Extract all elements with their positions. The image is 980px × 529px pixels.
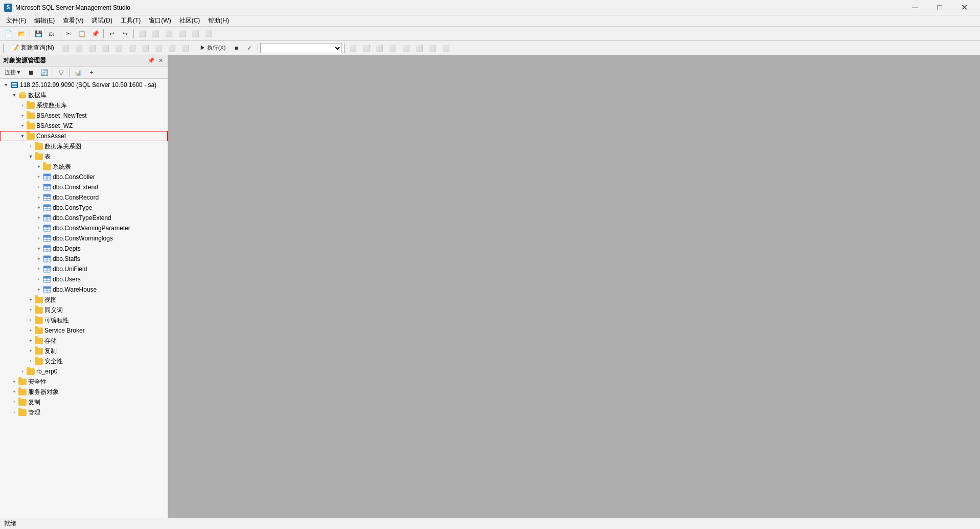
unifield-icon	[43, 265, 51, 273]
tree-synonyms[interactable]: + 同义词	[0, 305, 168, 315]
tb2-execute[interactable]: ▶ 执行(X)	[196, 42, 230, 54]
tree-cons-typeextend[interactable]: + dbo.ConsTypeExtend	[0, 213, 168, 223]
tree-server[interactable]: ▼ 118.25.102.99,9090 (SQL Server 10.50.1…	[0, 80, 168, 90]
tree-management[interactable]: + 管理	[0, 407, 168, 417]
tree-cons-coller[interactable]: + dbo.ConsColler	[0, 172, 168, 182]
tb2-b14[interactable]: ⬜	[386, 42, 399, 54]
oe-pin-button[interactable]: 📌	[147, 57, 155, 65]
bsasset-wz-icon	[27, 122, 35, 130]
menu-debug[interactable]: 调试(D)	[87, 15, 117, 26]
close-button[interactable]: ✕	[952, 0, 976, 15]
tb2-b5[interactable]: ⬜	[113, 42, 125, 54]
tree-replication-child[interactable]: + 复制	[0, 346, 168, 356]
cons-record-expander: +	[35, 192, 43, 203]
minimize-button[interactable]: ─	[903, 0, 927, 15]
oe-summary-button[interactable]: 📊	[72, 67, 84, 78]
tree-users[interactable]: + dbo.Users	[0, 274, 168, 284]
tb-b4[interactable]: ⬜	[176, 28, 188, 39]
tb2-check[interactable]: ✓	[243, 42, 256, 54]
tb2-b6[interactable]: ⬜	[126, 42, 139, 54]
tb-sep3	[103, 29, 104, 38]
tree-security-child[interactable]: + 安全性	[0, 356, 168, 366]
tb2-stop[interactable]: ■	[230, 42, 242, 54]
oe-filter-button[interactable]: ▽	[55, 67, 67, 78]
tree-tables[interactable]: ▼ 表	[0, 151, 168, 162]
tree-depts[interactable]: + dbo.Depts	[0, 244, 168, 254]
tb2-b17[interactable]: ⬜	[426, 42, 439, 54]
tree-cons-warnparam[interactable]: + dbo.ConsWarningParameter	[0, 223, 168, 233]
menu-help[interactable]: 帮助(H)	[204, 15, 233, 26]
oe-disconnect-button[interactable]: ⏹	[25, 67, 37, 78]
oe-new-button[interactable]: +	[85, 67, 98, 78]
tree-sysdb[interactable]: + 系统数据库	[0, 100, 168, 111]
tb-b2[interactable]: ⬜	[149, 28, 162, 39]
tree-rb-erp0[interactable]: + rb_erp0	[0, 366, 168, 377]
tree-cons-extend[interactable]: + dbo.ConsExtend	[0, 182, 168, 192]
tb2-b1[interactable]: ⬜	[60, 42, 72, 54]
tb2-b4[interactable]: ⬜	[100, 42, 112, 54]
tree-bsasset-wz[interactable]: + BSAsset_WZ	[0, 121, 168, 131]
tree-server-objects[interactable]: + 服务器对象	[0, 387, 168, 397]
tb2-b8[interactable]: ⬜	[153, 42, 165, 54]
tb2-b13[interactable]: ⬜	[373, 42, 385, 54]
tree-bsasset-newtest[interactable]: + BSAsset_NewTest	[0, 111, 168, 121]
tb-copy[interactable]: 📋	[76, 28, 88, 39]
oe-refresh-button[interactable]: 🔄	[38, 67, 51, 78]
tree-consasset[interactable]: ▼ ConsAsset	[0, 131, 168, 141]
tree-db-diagrams[interactable]: + 数据库关系图	[0, 141, 168, 151]
menu-edit[interactable]: 编辑(E)	[30, 15, 59, 26]
tb2-b11[interactable]: ⬜	[347, 42, 359, 54]
title-bar-left: S Microsoft SQL Server Management Studio	[4, 4, 130, 12]
tree-views[interactable]: + 视图	[0, 295, 168, 305]
tree-replication-top[interactable]: + 复制	[0, 397, 168, 407]
tb-new-file[interactable]: 📄	[2, 28, 14, 39]
menu-file[interactable]: 文件(F)	[2, 15, 30, 26]
oe-close-button[interactable]: ✕	[156, 57, 165, 65]
tb-save-all[interactable]: 🗂	[45, 28, 58, 39]
menu-community[interactable]: 社区(C)	[175, 15, 204, 26]
tree-service-broker[interactable]: + Service Broker	[0, 325, 168, 336]
systbl-expander: +	[35, 162, 43, 172]
tree-security-top[interactable]: + 安全性	[0, 377, 168, 387]
tree-storage[interactable]: + 存储	[0, 336, 168, 346]
tree-unifield[interactable]: + dbo.UniField	[0, 264, 168, 274]
tb-undo[interactable]: ↩	[106, 28, 118, 39]
tree-warehouse[interactable]: + dbo.WareHouse	[0, 284, 168, 295]
tb2-b7[interactable]: ⬜	[140, 42, 152, 54]
tree-sys-tables[interactable]: + 系统表	[0, 162, 168, 172]
tb-b1[interactable]: ⬜	[136, 28, 148, 39]
sec-child-icon	[35, 357, 43, 365]
prog-label: 可编程性	[44, 316, 69, 325]
tree-staffs[interactable]: + dbo.Staffs	[0, 254, 168, 264]
tree-cons-type[interactable]: + dbo.ConsType	[0, 203, 168, 213]
tree-cons-record[interactable]: + dbo.ConsRecord	[0, 192, 168, 203]
tb-b6[interactable]: ⬜	[202, 28, 215, 39]
menu-bar: 文件(F) 编辑(E) 查看(V) 调试(D) 工具(T) 窗口(W) 社区(C…	[0, 15, 980, 27]
tb-paste[interactable]: 📌	[89, 28, 101, 39]
menu-view[interactable]: 查看(V)	[59, 15, 87, 26]
tb2-b2[interactable]: ⬜	[73, 42, 85, 54]
tb-b5[interactable]: ⬜	[189, 28, 201, 39]
databases-expander: ▼	[10, 90, 18, 100]
menu-tools[interactable]: 工具(T)	[117, 15, 145, 26]
tb2-b9[interactable]: ⬜	[166, 42, 178, 54]
tb-open[interactable]: 📂	[15, 28, 28, 39]
oe-connect-button[interactable]: 连接▼	[2, 67, 24, 78]
tb2-b18[interactable]: ⬜	[440, 42, 452, 54]
maximize-button[interactable]: □	[928, 0, 951, 15]
tree-programmability[interactable]: + 可编程性	[0, 315, 168, 325]
tree-cons-warnlogs[interactable]: + dbo.ConsWorninglogs	[0, 233, 168, 244]
tb2-b12[interactable]: ⬜	[360, 42, 372, 54]
tb2-b16[interactable]: ⬜	[413, 42, 425, 54]
database-selector[interactable]	[260, 43, 342, 53]
tb-save[interactable]: 💾	[32, 28, 44, 39]
menu-window[interactable]: 窗口(W)	[145, 15, 175, 26]
tree-databases[interactable]: ▼ 数据库	[0, 90, 168, 100]
tb2-b3[interactable]: ⬜	[86, 42, 99, 54]
tb-b3[interactable]: ⬜	[163, 28, 175, 39]
tb-redo[interactable]: ↪	[119, 28, 131, 39]
tb-cut[interactable]: ✂	[62, 28, 75, 39]
new-query-button[interactable]: 📝 新建查询(N)	[6, 42, 59, 54]
tb2-b15[interactable]: ⬜	[400, 42, 412, 54]
tb2-b10[interactable]: ⬜	[179, 42, 192, 54]
